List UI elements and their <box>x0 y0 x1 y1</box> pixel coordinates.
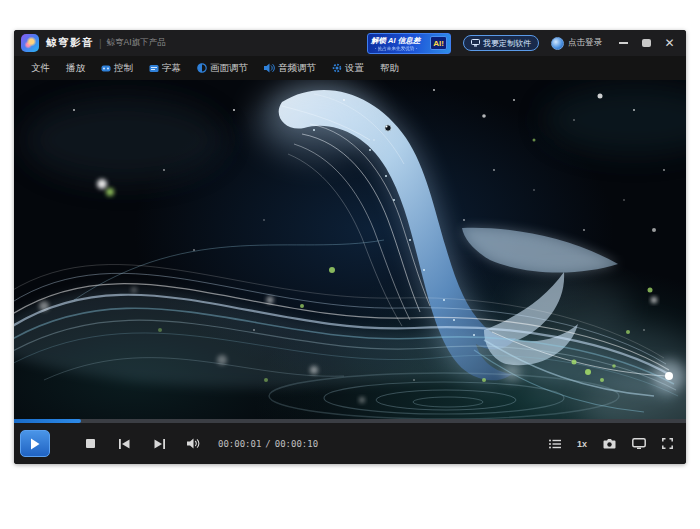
menu-label: 控制 <box>114 62 133 75</box>
menu-label: 字幕 <box>162 62 181 75</box>
minimize-icon <box>619 42 628 44</box>
next-button[interactable] <box>154 439 165 449</box>
subtitle-icon <box>149 64 159 73</box>
volume-button[interactable] <box>187 438 200 449</box>
fullscreen-button[interactable] <box>662 438 673 449</box>
video-frame[interactable] <box>14 80 686 419</box>
gear-icon <box>332 63 342 73</box>
current-time: 00:00:01 <box>218 439 261 449</box>
speed-button[interactable]: 1x <box>577 439 587 449</box>
previous-button[interactable] <box>119 439 130 449</box>
menu-bar: 文件 播放 控制 字幕 <box>14 56 686 80</box>
maximize-icon <box>642 39 651 47</box>
menu-label: 帮助 <box>380 62 399 75</box>
menu-item-settings[interactable]: 设置 <box>324 56 372 80</box>
next-icon <box>154 439 165 449</box>
menu-item-audio-adjust[interactable]: 音频调节 <box>256 56 324 80</box>
login-button[interactable]: 点击登录 <box>551 37 602 50</box>
maximize-button[interactable] <box>635 30 658 56</box>
time-display: 00:00:01 / 00:00:10 <box>218 439 318 449</box>
video-artwork-whale <box>14 80 686 419</box>
duration: 00:00:10 <box>275 439 318 449</box>
menu-item-control[interactable]: 控制 <box>93 56 141 80</box>
menu-item-file[interactable]: 文件 <box>23 56 58 80</box>
avatar-icon <box>551 37 564 50</box>
previous-icon <box>119 439 130 449</box>
banner-headline: 解锁 AI 信息差 <box>371 36 420 45</box>
app-logo-icon <box>21 34 39 52</box>
menu-label: 播放 <box>66 62 85 75</box>
menu-item-help[interactable]: 帮助 <box>372 56 407 80</box>
screen-icon <box>632 438 646 449</box>
stop-button[interactable] <box>86 439 95 448</box>
banner-subline: - 抢占未来先发优势 - <box>374 45 416 51</box>
ai-badge: AI! <box>430 36 447 50</box>
playlist-icon <box>549 439 561 449</box>
volume-icon <box>187 438 200 449</box>
minimize-button[interactable] <box>612 30 635 56</box>
banner-text: 解锁 AI 信息差 - 抢占未来先发优势 - <box>371 36 420 51</box>
menu-label: 设置 <box>345 62 364 75</box>
play-button[interactable] <box>20 430 50 457</box>
menu-item-subtitle[interactable]: 字幕 <box>141 56 189 80</box>
gamepad-icon <box>101 64 111 73</box>
player-window: 鲸穹影音 | 鲸穹AI旗下产品 解锁 AI 信息差 - 抢占未来先发优势 - A… <box>14 30 686 464</box>
seek-bar[interactable] <box>14 419 686 423</box>
menu-label: 画面调节 <box>210 62 248 75</box>
camera-icon <box>603 438 616 449</box>
control-row: 00:00:01 / 00:00:10 1x <box>14 423 686 464</box>
seek-bar-fill <box>14 419 81 423</box>
contrast-icon <box>197 63 207 73</box>
customize-button-label: 我要定制软件 <box>483 38 531 49</box>
mini-screen-button[interactable] <box>632 438 646 449</box>
control-bar: 00:00:01 / 00:00:10 1x <box>14 419 686 464</box>
window-controls: ✕ <box>612 30 681 56</box>
play-icon <box>30 438 40 450</box>
menu-item-picture-adjust[interactable]: 画面调节 <box>189 56 256 80</box>
close-icon: ✕ <box>664 37 674 49</box>
screenshot-button[interactable] <box>603 438 616 449</box>
menu-label: 文件 <box>31 62 50 75</box>
titlebar-right-group: 解锁 AI 信息差 - 抢占未来先发优势 - AI! 我要定制软件 点击登录 <box>367 30 681 56</box>
fullscreen-icon <box>662 438 673 449</box>
desktop: 鲸穹影音 | 鲸穹AI旗下产品 解锁 AI 信息差 - 抢占未来先发优势 - A… <box>0 0 700 529</box>
app-name: 鲸穹影音 <box>46 36 94 50</box>
playlist-button[interactable] <box>549 439 561 449</box>
time-separator: / <box>265 439 270 449</box>
menu-item-play[interactable]: 播放 <box>58 56 93 80</box>
title-divider: | <box>99 38 102 49</box>
app-tagline: 鲸穹AI旗下产品 <box>107 37 166 49</box>
title-bar: 鲸穹影音 | 鲸穹AI旗下产品 解锁 AI 信息差 - 抢占未来先发优势 - A… <box>14 30 686 56</box>
control-right-group: 1x <box>549 438 673 449</box>
computer-icon <box>471 39 480 47</box>
ai-promo-banner[interactable]: 解锁 AI 信息差 - 抢占未来先发优势 - AI! <box>367 33 451 54</box>
login-label: 点击登录 <box>568 37 602 49</box>
close-button[interactable]: ✕ <box>658 30 681 56</box>
customize-software-button[interactable]: 我要定制软件 <box>463 35 539 51</box>
menu-label: 音频调节 <box>278 62 316 75</box>
stop-icon <box>86 439 95 448</box>
speaker-icon <box>264 63 275 73</box>
